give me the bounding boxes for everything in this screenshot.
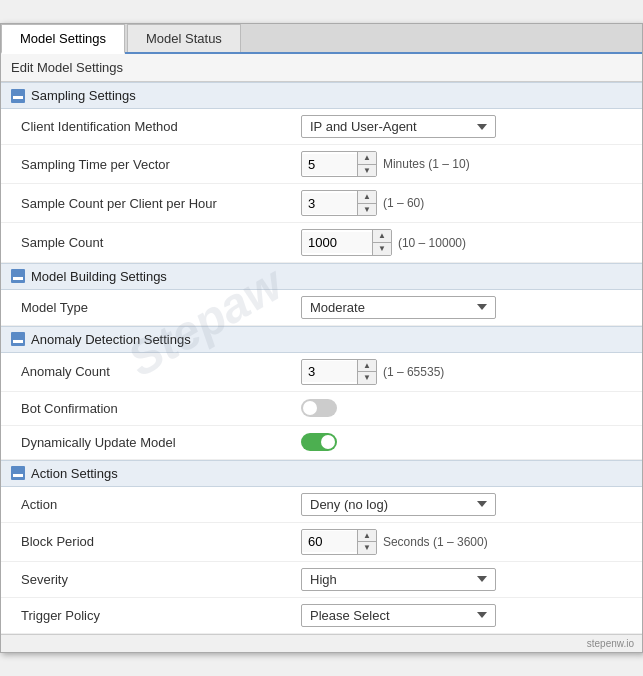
sampling-time-spinner: ▲ ▼ — [301, 151, 377, 177]
trigger-policy-label: Trigger Policy — [21, 608, 301, 623]
collapse-anomaly-icon[interactable]: ▬ — [11, 332, 25, 346]
sample-count-row: Sample Count ▲ ▼ (10 – 10000) — [1, 223, 642, 262]
sampling-time-up[interactable]: ▲ — [358, 152, 376, 165]
anomaly-count-row: Anomaly Count ▲ ▼ (1 – 65535) — [1, 353, 642, 392]
block-period-hint: Seconds (1 – 3600) — [383, 535, 488, 549]
collapse-model-icon[interactable]: ▬ — [11, 269, 25, 283]
sample-count-client-spinner: ▲ ▼ — [301, 190, 377, 216]
dynamically-update-row: Dynamically Update Model — [1, 426, 642, 460]
block-period-buttons: ▲ ▼ — [357, 530, 376, 554]
severity-select[interactable]: Low Medium High Critical — [301, 568, 496, 591]
sampling-time-label: Sampling Time per Vector — [21, 157, 301, 172]
footer-bar: stepenw.io — [1, 634, 642, 652]
block-period-row: Block Period ▲ ▼ Seconds (1 – 3600) — [1, 523, 642, 562]
anomaly-count-input[interactable] — [302, 361, 357, 382]
sample-count-client-row: Sample Count per Client per Hour ▲ ▼ (1 … — [1, 184, 642, 223]
anomaly-count-up[interactable]: ▲ — [358, 360, 376, 373]
collapse-sampling-icon[interactable]: ▬ — [11, 89, 25, 103]
sampling-time-down[interactable]: ▼ — [358, 165, 376, 177]
action-settings-label: Action Settings — [31, 466, 118, 481]
sampling-time-buttons: ▲ ▼ — [357, 152, 376, 176]
severity-row: Severity Low Medium High Critical — [1, 562, 642, 598]
action-settings-header[interactable]: ▬ Action Settings — [1, 460, 642, 487]
bot-confirmation-slider — [301, 399, 337, 417]
sample-count-down[interactable]: ▼ — [373, 243, 391, 255]
block-period-spinner: ▲ ▼ — [301, 529, 377, 555]
action-row: Action Deny (no log) Deny (log) Allow Mo… — [1, 487, 642, 523]
tab-model-settings[interactable]: Model Settings — [1, 24, 125, 54]
model-type-label: Model Type — [21, 300, 301, 315]
client-id-method-select[interactable]: IP and User-Agent IP Only User-Agent Onl… — [301, 115, 496, 138]
anomaly-count-buttons: ▲ ▼ — [357, 360, 376, 384]
action-label: Action — [21, 497, 301, 512]
block-period-up[interactable]: ▲ — [358, 530, 376, 543]
sample-count-client-up[interactable]: ▲ — [358, 191, 376, 204]
tab-bar: Model Settings Model Status — [1, 24, 642, 54]
client-id-method-row: Client Identification Method IP and User… — [1, 109, 642, 145]
model-building-label: Model Building Settings — [31, 269, 167, 284]
dynamically-update-slider — [301, 433, 337, 451]
sample-count-spinner: ▲ ▼ — [301, 229, 392, 255]
sampling-time-input[interactable] — [302, 154, 357, 175]
model-type-select[interactable]: Low Moderate High — [301, 296, 496, 319]
sample-count-client-down[interactable]: ▼ — [358, 204, 376, 216]
footer-text: stepenw.io — [587, 638, 634, 649]
model-building-header[interactable]: ▬ Model Building Settings — [1, 263, 642, 290]
bot-confirmation-toggle[interactable] — [301, 399, 337, 417]
sampling-settings-header[interactable]: ▬ Sampling Settings — [1, 82, 642, 109]
client-id-method-label: Client Identification Method — [21, 119, 301, 134]
sample-count-client-hint: (1 – 60) — [383, 196, 424, 210]
sampling-time-hint: Minutes (1 – 10) — [383, 157, 470, 171]
anomaly-count-spinner: ▲ ▼ — [301, 359, 377, 385]
edit-header: Edit Model Settings — [1, 54, 642, 82]
tab-model-status[interactable]: Model Status — [127, 24, 241, 52]
trigger-policy-select[interactable]: Please Select — [301, 604, 496, 627]
action-select[interactable]: Deny (no log) Deny (log) Allow Monitor — [301, 493, 496, 516]
sample-count-label: Sample Count — [21, 235, 301, 250]
block-period-label: Block Period — [21, 534, 301, 549]
anomaly-detection-label: Anomaly Detection Settings — [31, 332, 191, 347]
sampling-time-row: Sampling Time per Vector ▲ ▼ Minutes (1 … — [1, 145, 642, 184]
sampling-settings-label: Sampling Settings — [31, 88, 136, 103]
sample-count-up[interactable]: ▲ — [373, 230, 391, 243]
bot-confirmation-row: Bot Confirmation — [1, 392, 642, 426]
severity-label: Severity — [21, 572, 301, 587]
sample-count-client-label: Sample Count per Client per Hour — [21, 196, 301, 211]
model-type-row: Model Type Low Moderate High — [1, 290, 642, 326]
block-period-input[interactable] — [302, 531, 357, 552]
sample-count-input[interactable] — [302, 232, 372, 253]
sample-count-client-buttons: ▲ ▼ — [357, 191, 376, 215]
sample-count-hint: (10 – 10000) — [398, 236, 466, 250]
trigger-policy-row: Trigger Policy Please Select — [1, 598, 642, 634]
anomaly-count-label: Anomaly Count — [21, 364, 301, 379]
collapse-action-icon[interactable]: ▬ — [11, 466, 25, 480]
dynamically-update-label: Dynamically Update Model — [21, 435, 301, 450]
anomaly-count-hint: (1 – 65535) — [383, 365, 444, 379]
anomaly-count-down[interactable]: ▼ — [358, 372, 376, 384]
sample-count-buttons: ▲ ▼ — [372, 230, 391, 254]
block-period-down[interactable]: ▼ — [358, 542, 376, 554]
bot-confirmation-label: Bot Confirmation — [21, 401, 301, 416]
dynamically-update-toggle[interactable] — [301, 433, 337, 451]
sample-count-client-input[interactable] — [302, 193, 357, 214]
anomaly-detection-header[interactable]: ▬ Anomaly Detection Settings — [1, 326, 642, 353]
